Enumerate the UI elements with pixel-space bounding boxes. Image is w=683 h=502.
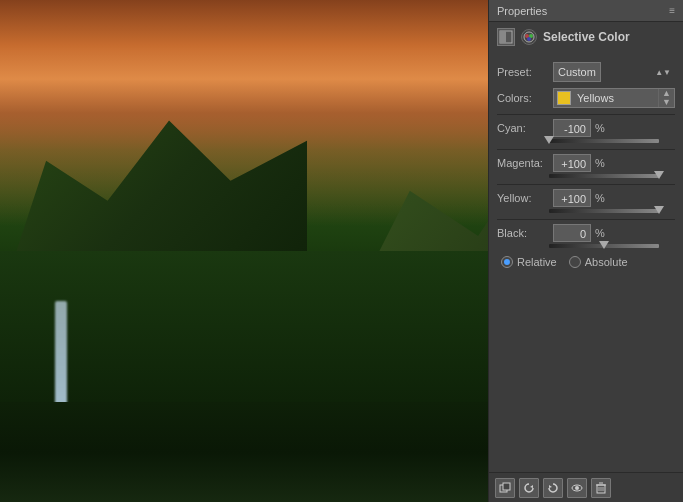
layer-header: Selective Color (497, 28, 675, 52)
cyan-track-container (497, 139, 675, 143)
reset-button[interactable] (519, 478, 539, 498)
svg-rect-7 (503, 483, 510, 490)
colors-value: Yellows (573, 92, 658, 104)
colors-label: Colors: (497, 92, 549, 104)
magenta-value[interactable]: +100 (553, 154, 591, 172)
preset-select[interactable]: Custom (553, 62, 601, 82)
black-label: Black: (497, 227, 549, 239)
panel-title: Properties (497, 5, 547, 17)
relative-radio[interactable] (501, 256, 513, 268)
delete-button[interactable] (591, 478, 611, 498)
absolute-option[interactable]: Absolute (569, 256, 628, 268)
magenta-unit: % (595, 157, 607, 169)
black-section: Black: 0 % (497, 224, 675, 248)
create-new-button[interactable] (495, 478, 515, 498)
colors-row: Colors: Yellows ▲▼ (497, 88, 675, 108)
cyan-section: Cyan: -100 % (497, 119, 675, 143)
divider-3 (497, 184, 675, 185)
magenta-label: Magenta: (497, 157, 549, 169)
colors-arrows: ▲▼ (658, 89, 674, 107)
divider-4 (497, 219, 675, 220)
black-thumb[interactable] (599, 241, 609, 249)
undo-button[interactable] (543, 478, 563, 498)
yellow-section: Yellow: +100 % (497, 189, 675, 213)
black-value[interactable]: 0 (553, 224, 591, 242)
svg-marker-9 (549, 485, 552, 488)
svg-point-11 (575, 486, 579, 490)
cyan-thumb[interactable] (544, 136, 554, 144)
magenta-row: Magenta: +100 % (497, 154, 675, 172)
panel-menu-icon[interactable]: ≡ (669, 5, 675, 16)
yellow-thumb[interactable] (654, 206, 664, 214)
divider-2 (497, 149, 675, 150)
absolute-label: Absolute (585, 256, 628, 268)
preset-select-wrapper: Custom ▲▼ (553, 62, 675, 82)
cyan-value[interactable]: -100 (553, 119, 591, 137)
preset-row: Preset: Custom ▲▼ (497, 62, 675, 82)
mask-icon (497, 28, 515, 46)
method-row: Relative Absolute (497, 256, 675, 268)
layer-title: Selective Color (543, 30, 630, 44)
panel-body: Selective Color Preset: Custom ▲▼ Colors… (489, 22, 683, 472)
panel-toolbar (489, 472, 683, 502)
svg-rect-1 (500, 31, 506, 43)
divider-1 (497, 114, 675, 115)
yellow-track[interactable] (549, 209, 659, 213)
svg-point-5 (527, 37, 531, 41)
visibility-button[interactable] (567, 478, 587, 498)
color-swatch (557, 91, 571, 105)
relative-option[interactable]: Relative (501, 256, 557, 268)
panel-header: Properties ≡ (489, 0, 683, 22)
yellow-row: Yellow: +100 % (497, 189, 675, 207)
magenta-section: Magenta: +100 % (497, 154, 675, 178)
cyan-row: Cyan: -100 % (497, 119, 675, 137)
magenta-track[interactable] (549, 174, 659, 178)
black-row: Black: 0 % (497, 224, 675, 242)
yellow-track-container (497, 209, 675, 213)
preset-label: Preset: (497, 66, 549, 78)
black-unit: % (595, 227, 607, 239)
cyan-label: Cyan: (497, 122, 549, 134)
absolute-radio[interactable] (569, 256, 581, 268)
properties-panel: Properties ≡ Selective Color (488, 0, 683, 502)
preset-select-arrow: ▲▼ (655, 68, 671, 77)
yellow-label: Yellow: (497, 192, 549, 204)
colors-select[interactable]: Yellows ▲▼ (553, 88, 675, 108)
adjustment-icon (521, 29, 537, 45)
relative-label: Relative (517, 256, 557, 268)
cyan-track[interactable] (549, 139, 659, 143)
magenta-track-container (497, 174, 675, 178)
cyan-unit: % (595, 122, 607, 134)
black-track[interactable] (549, 244, 659, 248)
black-track-container (497, 244, 675, 248)
yellow-value[interactable]: +100 (553, 189, 591, 207)
svg-marker-8 (530, 485, 533, 488)
yellow-unit: % (595, 192, 607, 204)
magenta-thumb[interactable] (654, 171, 664, 179)
